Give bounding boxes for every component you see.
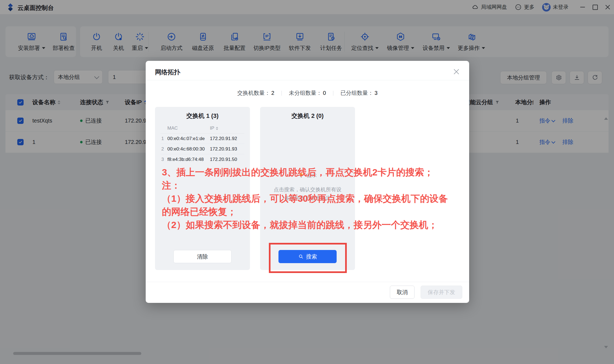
switch-card-1: 交换机 1 (3) MAC IP 1 00:e0:4c:07:e1:de 172… (155, 107, 250, 270)
switch-count-value: 2 (271, 90, 274, 96)
switch-2-hint: 提示 点击搜索，确认交换机所有设 备都包含后点击确定 (260, 172, 355, 202)
grouped-count-value: 3 (374, 90, 378, 96)
bulb-icon (298, 173, 304, 178)
hint-line-1: 点击搜索，确认交换机所有设 (274, 185, 342, 194)
grouped-count-label: 已分组数量： (340, 90, 373, 96)
network-topology-modal: 网络拓扑 交换机数量：2 未分组数量：0 已分组数量：3 交换机 1 (3) M… (146, 61, 469, 303)
row-index: 2 (161, 146, 164, 152)
sort-icon (216, 127, 218, 130)
topology-stats: 交换机数量：2 未分组数量：0 已分组数量：3 (146, 89, 469, 97)
row-index: 1 (161, 136, 164, 141)
switch-device-row: 1 00:e0:4c:07:e1:de 172.20.91.92 (160, 133, 244, 144)
device-mac: f8:e4:3b:d6:74:48 (167, 157, 204, 162)
switch-device-row: 2 00:e0:4c:68:00:30 172.20.91.93 (160, 144, 244, 154)
switch-1-title: 交换机 1 (3) (155, 112, 250, 120)
close-icon (454, 69, 459, 75)
hint-divider-line (274, 175, 296, 176)
hint-tag: 提示 (307, 172, 317, 179)
switch-count-label: 交换机数量： (237, 90, 270, 96)
modal-close-button[interactable] (452, 67, 461, 76)
save-dispatch-button[interactable]: 保存并下发 (421, 286, 462, 299)
modal-title: 网络拓扑 (155, 68, 180, 76)
switch-card-2: 交换机 2 (0) 提示 点击搜索，确认交换机所有设 备都包含后点击确定 (260, 107, 355, 270)
device-mac: 00:e0:4c:07:e1:de (167, 136, 205, 141)
stats-divider (281, 91, 282, 96)
device-ip: 172.20.91.93 (210, 146, 237, 152)
hint-divider-line (319, 175, 341, 176)
switch-2-title: 交换机 2 (0) (260, 112, 355, 120)
cancel-button[interactable]: 取消 (390, 286, 415, 299)
mac-column-header: MAC (167, 126, 178, 131)
ip-column-header[interactable]: IP (210, 126, 218, 131)
modal-header-divider (146, 80, 469, 80)
clear-button[interactable]: 清除 (173, 250, 232, 263)
app-window: 云桌面控制台 局域网网盘 更多 (0, 0, 614, 364)
row-index: 3 (161, 157, 164, 162)
device-ip: 172.20.91.50 (210, 157, 237, 162)
switch-device-row: 3 f8:e4:3b:d6:74:48 172.20.91.50 (160, 154, 244, 164)
switch-1-table-header: MAC IP (160, 124, 244, 133)
device-mac: 00:e0:4c:68:00:30 (167, 146, 205, 152)
stats-divider (333, 91, 333, 96)
cancel-button-label: 取消 (397, 289, 408, 296)
search-button-label: 搜索 (306, 253, 317, 260)
modal-footer-divider (146, 282, 469, 282)
hint-line-2: 备都包含后点击确定 (274, 194, 342, 202)
clear-button-label: 清除 (197, 253, 208, 260)
save-dispatch-button-label: 保存并下发 (428, 289, 455, 296)
search-icon (298, 254, 304, 259)
ungrouped-count-label: 未分组数量： (289, 90, 322, 96)
ip-column-label: IP (210, 126, 214, 131)
search-button[interactable]: 搜索 (278, 250, 337, 263)
ungrouped-count-value: 0 (323, 90, 326, 96)
device-ip: 172.20.91.92 (210, 136, 237, 141)
